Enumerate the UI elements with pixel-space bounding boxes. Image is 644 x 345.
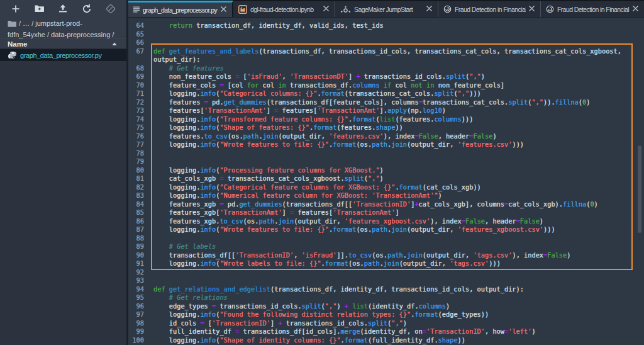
code-line[interactable]: # Get labels bbox=[153, 242, 644, 251]
tab-close-button[interactable] bbox=[631, 4, 640, 14]
code-line[interactable]: logging.info("Numerical feature column f… bbox=[153, 191, 644, 200]
code-line[interactable]: features = pd.get_dummies(transactions_d… bbox=[153, 98, 644, 107]
code-token: join bbox=[384, 259, 399, 267]
code-token: edge_types bbox=[153, 302, 212, 310]
new-folder-button[interactable] bbox=[32, 1, 47, 16]
tab-close-button[interactable] bbox=[219, 5, 228, 15]
code-line[interactable]: def get_features_and_labels(transactions… bbox=[153, 47, 644, 56]
refresh-button[interactable] bbox=[79, 1, 94, 16]
code-line[interactable]: logging.info("Wrote features to file: {}… bbox=[153, 140, 644, 149]
line-number: 78 bbox=[128, 149, 149, 158]
code-content[interactable]: return transaction_df, identity_df, vali… bbox=[149, 21, 644, 344]
tab-fraud-detection-in-financial[interactable]: Fraud Detection in Financial bbox=[541, 1, 644, 17]
code-token: ] bbox=[282, 208, 290, 216]
code-token: ) bbox=[446, 302, 450, 310]
close-icon bbox=[220, 5, 227, 14]
code-token: col bbox=[391, 81, 411, 89]
line-number: 94 bbox=[128, 285, 149, 294]
code-token: False bbox=[419, 132, 438, 140]
code-line[interactable]: logging.info("Shape of features: {}".for… bbox=[153, 123, 644, 132]
code-line[interactable]: features['TransactionAmt'] = features['T… bbox=[153, 106, 644, 115]
code-line[interactable]: logging.info("Wrote labels to file: {}".… bbox=[153, 259, 644, 268]
line-number: 67 bbox=[128, 47, 149, 56]
code-line[interactable]: transactions_df[['TransactionID', 'isFra… bbox=[153, 251, 644, 260]
git-clone-button[interactable] bbox=[103, 1, 118, 16]
file-list-header[interactable]: Name bbox=[0, 38, 126, 49]
code-line[interactable]: # Get features bbox=[153, 64, 644, 73]
new-launcher-button[interactable] bbox=[8, 1, 23, 16]
code-line[interactable] bbox=[153, 276, 644, 285]
code-line[interactable]: edge_types = transactions_id_cols.split(… bbox=[153, 302, 644, 311]
tab-close-button[interactable] bbox=[527, 4, 536, 14]
code-line[interactable]: feature_cols = [col for col in transacti… bbox=[153, 81, 644, 90]
editor-scrollbar-thumb[interactable] bbox=[638, 145, 641, 233]
code-token bbox=[153, 21, 169, 29]
line-number: 64 bbox=[128, 21, 149, 30]
close-icon bbox=[323, 4, 330, 14]
code-token: info bbox=[200, 140, 216, 148]
code-token: "Categorical columns: {}" bbox=[219, 89, 317, 97]
tab-graph-data-preprocessor-py[interactable]: graph_data_preprocessor.py bbox=[128, 1, 233, 17]
close-icon bbox=[632, 4, 639, 14]
code-token: ))) bbox=[462, 115, 474, 123]
line-number: 79 bbox=[128, 157, 149, 166]
code-token: # Get relations bbox=[169, 293, 228, 301]
code-line[interactable]: logging.info("Processing feature columns… bbox=[153, 166, 644, 175]
notebook-icon bbox=[238, 5, 247, 14]
code-line[interactable]: logging.info("Shape of identity columns:… bbox=[153, 336, 644, 345]
tab-sagemaker-jumpstart[interactable]: SageMaker JumpStart bbox=[335, 1, 438, 17]
code-token: split bbox=[508, 98, 528, 106]
tab-fraud-detection-in-financial[interactable]: Fraud Detection in Financial bbox=[438, 1, 541, 17]
code-line[interactable]: id_cols = ['TransactionID'] + transactio… bbox=[153, 319, 644, 328]
tab-close-button[interactable] bbox=[321, 4, 330, 14]
file-item[interactable]: graph_data_preprocessor.py bbox=[0, 49, 126, 61]
code-token: (os. bbox=[372, 251, 387, 259]
code-line[interactable]: # Get relations bbox=[153, 293, 644, 302]
code-token: format bbox=[325, 259, 348, 267]
code-line[interactable]: def get_relations_and_edgelist(transacti… bbox=[153, 285, 644, 294]
code-line[interactable]: features.to_csv(os.path.join(output_dir,… bbox=[153, 132, 644, 141]
name-column-header[interactable]: Name bbox=[8, 40, 111, 48]
code-line[interactable]: features_xgb = pd.get_dummies(transactio… bbox=[153, 200, 644, 209]
code-token: ]]. bbox=[336, 251, 348, 259]
code-line[interactable]: logging.info("Transformed feature column… bbox=[153, 115, 644, 124]
breadcrumb[interactable]: / … / jumpstart-prod-fdfn_54yxhe / data-… bbox=[0, 17, 126, 38]
code-line[interactable] bbox=[153, 268, 644, 277]
code-line[interactable]: non_feature_cols = ['isFraud', 'Transact… bbox=[153, 72, 644, 81]
code-token: (os. bbox=[228, 132, 243, 140]
code-token: path bbox=[258, 217, 274, 225]
code-editor[interactable]: 6465666768697071727374757677787980818283… bbox=[128, 18, 644, 345]
sort-ascending-icon[interactable] bbox=[111, 38, 118, 50]
code-line[interactable] bbox=[153, 157, 644, 166]
code-line[interactable]: logging.info("Wrote features to file: {}… bbox=[153, 225, 644, 234]
line-number: 76 bbox=[128, 132, 149, 141]
code-line[interactable]: output_dir): bbox=[153, 55, 644, 64]
code-line[interactable]: cat_cols_xgb = transactions_cat_cols_xgb… bbox=[153, 174, 644, 183]
main-dock-panel: graph_data_preprocessor.pydgl-fraud-dete… bbox=[128, 0, 644, 345]
code-line[interactable] bbox=[153, 234, 644, 243]
code-token: output_dir): bbox=[153, 55, 200, 63]
code-token: cat_cols_xgb). bbox=[508, 200, 563, 208]
new-launcher-icon bbox=[11, 4, 21, 14]
code-token: info bbox=[200, 123, 216, 131]
code-line[interactable] bbox=[153, 149, 644, 158]
code-line[interactable] bbox=[153, 30, 644, 39]
upload-button[interactable] bbox=[55, 1, 70, 16]
code-line[interactable]: logging.info("Found the following distin… bbox=[153, 310, 644, 319]
code-token: ) bbox=[540, 217, 543, 225]
code-line[interactable]: logging.info("Categorical columns: {}".f… bbox=[153, 89, 644, 98]
code-token: features. bbox=[153, 132, 204, 140]
code-token: "Processing feature columns for XGBoost.… bbox=[219, 166, 379, 174]
code-line[interactable]: full_identity_df = transactions_df[id_co… bbox=[153, 327, 644, 336]
code-line[interactable]: return transaction_df, identity_df, vali… bbox=[153, 21, 644, 30]
line-number: 85 bbox=[128, 208, 149, 217]
code-token: "Categorical feature columns for XGBoost… bbox=[219, 183, 395, 191]
code-line[interactable]: features_xgb.to_csv(os.path.join(output_… bbox=[153, 217, 644, 226]
tab-dgl-fraud-detection-ipynb[interactable]: dgl-fraud-detection.ipynb bbox=[233, 1, 335, 17]
code-line[interactable]: features_xgb['TransactionAmt'] = feature… bbox=[153, 208, 644, 217]
code-token: (transactions_df, identity_df, transacti… bbox=[270, 285, 524, 293]
tab-close-button[interactable] bbox=[425, 4, 433, 14]
code-line[interactable]: logging.info("Categorical feature column… bbox=[153, 183, 644, 192]
code-line[interactable] bbox=[153, 38, 644, 47]
breadcrumb-path[interactable]: / … / jumpstart-prod-fdfn_54yxhe / data-… bbox=[8, 20, 114, 38]
